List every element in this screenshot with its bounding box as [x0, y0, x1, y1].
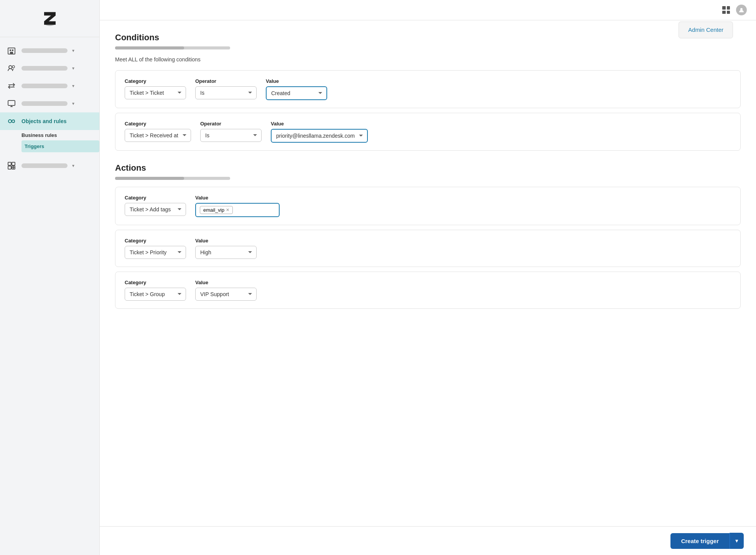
topbar: Admin Center [100, 0, 756, 20]
condition-2-value-group: Value priority@linesllama.zendesk.com [271, 121, 368, 143]
condition-1-operator-label: Operator [195, 78, 257, 84]
action-2-value-select[interactable]: High [195, 246, 257, 259]
main-content: Admin Center Conditions Meet ALL of the … [100, 0, 756, 555]
grid-icon[interactable] [722, 6, 730, 14]
action-2-value-label: Value [195, 238, 257, 244]
condition-1-category-group: Category Ticket > Ticket [125, 78, 186, 99]
grid-cell-4 [727, 11, 730, 14]
svg-rect-3 [10, 49, 11, 51]
condition-1-category-select[interactable]: Ticket > Ticket [125, 86, 186, 99]
chevron-down-icon: ▾ [72, 48, 74, 53]
bottom-bar: Create trigger ▾ [100, 526, 756, 555]
action-1-value-label: Value [195, 195, 280, 201]
grid-cell-1 [722, 6, 726, 10]
action-3-category-select[interactable]: Ticket > Group [125, 288, 186, 301]
admin-center-dropdown: Admin Center [679, 21, 733, 38]
action-3-value-label: Value [195, 280, 257, 285]
tag-label: email_vip [203, 207, 224, 213]
tag-close-icon[interactable]: ✕ [226, 208, 229, 212]
action-2-value-group: Value High [195, 238, 257, 259]
actions-progress-fill [115, 177, 184, 180]
svg-rect-16 [8, 166, 11, 169]
business-rules-parent: Business rules [21, 130, 99, 140]
nav-label-placeholder-1 [21, 48, 68, 53]
action-3-category-label: Category [125, 280, 186, 285]
people-icon [6, 64, 17, 72]
sidebar-item-triggers[interactable]: Triggers [21, 140, 99, 152]
nav-label-placeholder-3 [21, 84, 68, 88]
objects-icon [6, 117, 17, 125]
condition-row-1: Category Ticket > Ticket Operator Is Val… [115, 70, 741, 108]
action-2-category-label: Category [125, 238, 186, 244]
svg-rect-10 [8, 100, 15, 105]
sidebar-sub-nav: Business rules Triggers [0, 130, 99, 152]
chevron-down-icon-2: ▾ [72, 66, 74, 71]
sidebar-item-people[interactable]: ▾ [0, 59, 99, 77]
sidebar-item-buildings[interactable]: ▾ [0, 42, 99, 59]
svg-rect-5 [10, 52, 13, 54]
action-2-category-group: Category Ticket > Priority [125, 238, 186, 259]
admin-center-link[interactable]: Admin Center [688, 26, 723, 33]
grid-cell-3 [722, 11, 726, 14]
actions-title: Actions [115, 163, 741, 173]
action-row-2: Category Ticket > Priority Value High [115, 230, 741, 267]
action-1-tag-input[interactable]: email_vip ✕ [195, 203, 280, 217]
condition-2-operator-group: Operator Is [200, 121, 262, 142]
user-avatar[interactable] [736, 5, 747, 15]
svg-point-6 [9, 66, 12, 69]
sidebar-item-extensions[interactable]: ▾ [0, 157, 99, 175]
monitor-icon [6, 99, 17, 108]
chevron-down-icon-5: ▾ [72, 163, 74, 168]
condition-1-value-group: Value Created [266, 78, 327, 100]
action-2-category-select[interactable]: Ticket > Priority [125, 246, 186, 259]
action-3-category-group: Category Ticket > Group [125, 280, 186, 301]
condition-1-value-select[interactable]: Created [266, 86, 327, 100]
action-1-value-group: Value email_vip ✕ [195, 195, 280, 217]
conditions-title: Conditions [115, 33, 741, 43]
actions-section: Actions Category Ticket > Add tags Value… [115, 163, 741, 309]
condition-1-operator-select[interactable]: Is [195, 86, 257, 99]
action-1-category-label: Category [125, 195, 186, 201]
svg-point-1 [44, 21, 55, 26]
condition-2-value-select[interactable]: priority@linesllama.zendesk.com [271, 129, 368, 143]
extensions-icon [6, 161, 17, 170]
sidebar-item-channels[interactable]: ▾ [0, 77, 99, 95]
action-row-3: Category Ticket > Group Value VIP Suppor… [115, 272, 741, 309]
condition-2-operator-select[interactable]: Is [200, 129, 262, 142]
actions-progress-bar [115, 177, 230, 180]
nav-label-placeholder-5 [21, 163, 68, 168]
svg-point-13 [8, 120, 12, 123]
svg-rect-4 [12, 49, 13, 51]
condition-1-operator-group: Operator Is [195, 78, 257, 99]
action-3-value-select[interactable]: VIP Support [195, 288, 257, 301]
condition-row-2: Category Ticket > Received at Operator I… [115, 113, 741, 151]
svg-rect-14 [8, 162, 11, 165]
svg-rect-15 [12, 162, 15, 165]
sidebar-item-workspaces[interactable]: ▾ [0, 95, 99, 112]
condition-2-category-label: Category [125, 121, 191, 127]
nav-label-placeholder-2 [21, 66, 68, 71]
email-vip-tag: email_vip ✕ [200, 206, 233, 214]
action-1-category-select[interactable]: Ticket > Add tags [125, 203, 186, 216]
condition-2-value-label: Value [271, 121, 368, 127]
condition-2-category-select[interactable]: Ticket > Received at [125, 129, 191, 142]
svg-point-7 [12, 66, 15, 68]
grid-cell-2 [727, 6, 730, 10]
arrows-icon [6, 82, 17, 90]
conditions-progress-fill [115, 46, 184, 49]
sidebar-logo [0, 0, 99, 37]
topbar-icons [722, 5, 747, 15]
conditions-section: Conditions Meet ALL of the following con… [115, 33, 741, 151]
chevron-down-icon-3: ▾ [72, 83, 74, 89]
nav-label-placeholder-4 [21, 101, 68, 106]
sidebar-navigation: ▾ ▾ ▾ ▾ [0, 37, 99, 555]
create-trigger-dropdown-button[interactable]: ▾ [730, 533, 744, 549]
objects-rules-label: Objects and rules [21, 118, 93, 124]
buildings-icon [6, 46, 17, 55]
action-1-category-group: Category Ticket > Add tags [125, 195, 186, 216]
condition-2-category-group: Category Ticket > Received at [125, 121, 191, 142]
conditions-subtitle: Meet ALL of the following conditions [115, 56, 741, 63]
sidebar-item-objects[interactable]: Objects and rules [0, 112, 99, 130]
create-trigger-button[interactable]: Create trigger [670, 533, 730, 549]
condition-1-value-label: Value [266, 78, 327, 84]
